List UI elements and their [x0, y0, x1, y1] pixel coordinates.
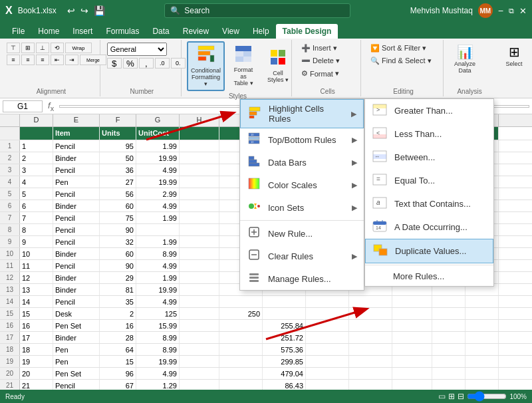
cell-g-h[interactable]: UnitCost — [136, 127, 180, 140]
currency-btn[interactable]: $ — [107, 58, 122, 68]
sort-filter-button[interactable]: 🔽 Sort & Filter ▾ — [368, 43, 429, 54]
cell-18-8[interactable] — [349, 356, 392, 367]
cell-19-0[interactable]: 20 — [20, 368, 53, 379]
cell-15-5[interactable] — [219, 320, 263, 331]
cell-e-h[interactable]: Item — [53, 127, 100, 140]
align-middle-btn[interactable]: ⊞ — [21, 43, 35, 53]
cell-17-7[interactable] — [306, 344, 349, 355]
cell-6-0[interactable]: 7 — [20, 212, 53, 223]
col-header-d[interactable]: D — [20, 114, 53, 126]
cell-4-1[interactable]: Pencil — [53, 188, 100, 200]
cell-2-2[interactable]: 36 — [100, 164, 136, 176]
cell-7-1[interactable]: Pencil — [53, 224, 100, 235]
cell-18-3[interactable]: 19.99 — [136, 356, 180, 367]
cell-12-0[interactable]: 13 — [20, 284, 53, 295]
save-icon[interactable]: 💾 — [94, 5, 105, 16]
cell-10-1[interactable]: Pencil — [53, 260, 100, 271]
cell-f-h[interactable]: Units — [100, 127, 136, 140]
cell-3-4[interactable] — [180, 176, 219, 188]
cell-15-6[interactable]: 255.84 — [263, 320, 306, 331]
cell-16-3[interactable]: 8.99 — [136, 332, 180, 343]
cell-16-11[interactable] — [466, 332, 499, 343]
tab-insert[interactable]: Insert — [66, 24, 99, 39]
cell-0-0[interactable]: 1 — [20, 140, 53, 152]
cell-10-2[interactable]: 90 — [100, 260, 136, 271]
cell-13-9[interactable] — [392, 296, 432, 307]
menu-item-colorscales[interactable]: Color Scales ▶ — [240, 174, 364, 196]
select-button[interactable]: ⊞ Select — [498, 41, 530, 70]
cell-17-5[interactable] — [219, 344, 263, 355]
cell-17-0[interactable]: 18 — [20, 344, 53, 355]
cell-17-1[interactable]: Pen — [53, 344, 100, 355]
cell-10-0[interactable]: 11 — [20, 260, 53, 271]
cell-8-1[interactable]: Pencil — [53, 236, 100, 247]
submenu-item-equalto[interactable]: = Equal To... — [365, 169, 493, 192]
cell-19-6[interactable]: 479.04 — [263, 368, 306, 379]
cell-d-h[interactable] — [20, 127, 53, 140]
cell-10-4[interactable] — [180, 260, 219, 271]
cell-19-8[interactable] — [349, 368, 392, 379]
submenu-item-between[interactable]: ↔ Between... — [365, 146, 493, 169]
cell-1-3[interactable]: 19.99 — [136, 152, 180, 164]
cell-16-0[interactable]: 17 — [20, 332, 53, 343]
cell-15-11[interactable] — [466, 320, 499, 331]
tab-review[interactable]: Review — [176, 24, 215, 39]
cell-18-2[interactable]: 15 — [100, 356, 136, 367]
page-layout-icon[interactable]: ⊞ — [448, 392, 455, 401]
cell-2-4[interactable] — [180, 164, 219, 176]
cell-0-3[interactable]: 1.99 — [136, 140, 180, 152]
cell-13-5[interactable] — [219, 296, 263, 307]
cell-14-11[interactable] — [466, 308, 499, 319]
cell-18-6[interactable]: 299.85 — [263, 356, 306, 367]
cell-7-0[interactable]: 8 — [20, 224, 53, 235]
cell-0-4[interactable] — [180, 140, 219, 152]
cell-5-2[interactable]: 60 — [100, 200, 136, 211]
cell-14-7[interactable] — [306, 308, 349, 319]
align-center-btn[interactable]: ≡ — [21, 55, 35, 65]
cell-14-4[interactable] — [180, 308, 219, 319]
cell-9-0[interactable]: 10 — [20, 248, 53, 259]
zoom-slider[interactable] — [467, 392, 507, 400]
cell-16-7[interactable] — [306, 332, 349, 343]
analyze-data-button[interactable]: 📊 AnalyzeData — [449, 41, 481, 77]
cell-18-7[interactable] — [306, 356, 349, 367]
cell-15-1[interactable]: Pen Set — [53, 320, 100, 331]
tab-file[interactable]: File — [5, 24, 31, 39]
cell-14-8[interactable] — [349, 308, 392, 319]
tab-view[interactable]: View — [215, 24, 246, 39]
increase-decimal-btn[interactable]: 0. — [171, 58, 186, 68]
cell-16-5[interactable] — [219, 332, 263, 343]
cell-12-3[interactable]: 19.99 — [136, 284, 180, 295]
cell-3-1[interactable]: Pen — [53, 176, 100, 188]
cell-4-4[interactable] — [180, 188, 219, 200]
tab-formulas[interactable]: Formulas — [99, 24, 146, 39]
cell-15-0[interactable]: 16 — [20, 320, 53, 331]
cell-12-4[interactable] — [180, 284, 219, 295]
cell-14-5[interactable]: 250 — [219, 308, 263, 319]
cell-14-1[interactable]: Desk — [53, 308, 100, 319]
cell-16-10[interactable] — [432, 332, 466, 343]
cell-19-10[interactable] — [432, 368, 466, 379]
cell-16-9[interactable] — [392, 332, 432, 343]
comma-btn[interactable]: , — [139, 58, 154, 68]
menu-item-databars[interactable]: Data Bars ▶ — [240, 151, 364, 174]
cell-19-9[interactable] — [392, 368, 432, 379]
cell-16-1[interactable]: Binder — [53, 332, 100, 343]
align-right-btn[interactable]: ≡ — [36, 55, 49, 65]
cell-0-1[interactable]: Pencil — [53, 140, 100, 152]
cell-5-4[interactable] — [180, 200, 219, 211]
tab-home[interactable]: Home — [31, 24, 66, 39]
cell-1-2[interactable]: 50 — [100, 152, 136, 164]
cell-19-1[interactable]: Pen Set — [53, 368, 100, 379]
cell-8-0[interactable]: 9 — [20, 236, 53, 247]
cell-11-4[interactable] — [180, 272, 219, 283]
cell-16-8[interactable] — [349, 332, 392, 343]
cell-1-4[interactable] — [180, 152, 219, 164]
cell-15-3[interactable]: 15.99 — [136, 320, 180, 331]
col-header-e[interactable]: E — [53, 114, 100, 126]
cell-15-8[interactable] — [349, 320, 392, 331]
page-break-icon[interactable]: ⊟ — [458, 392, 464, 401]
cell-11-2[interactable]: 29 — [100, 272, 136, 283]
cell-17-9[interactable] — [392, 344, 432, 355]
align-top-btn[interactable]: ⊤ — [7, 43, 20, 53]
